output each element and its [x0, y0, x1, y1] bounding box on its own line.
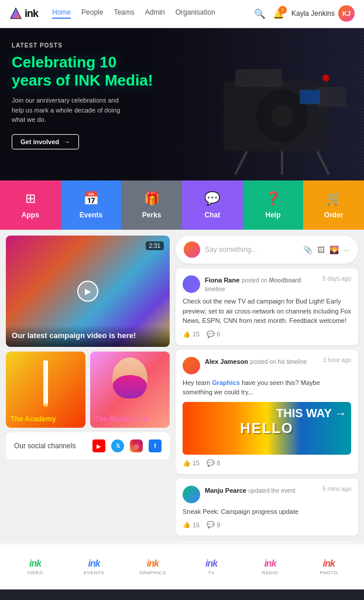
brand-graphics-sub: GRAPHICS [139, 570, 166, 575]
footer-logo-icon [9, 598, 26, 600]
navbar: ink Home People Teams Admin Organisation… [0, 0, 364, 28]
nav-people[interactable]: People [81, 8, 103, 19]
footer: INKMedia | Home © INK Media Corporation … [0, 589, 364, 600]
comment-button[interactable]: 💬 8 [207, 459, 220, 467]
brand-events[interactable]: ink EVENTS [64, 554, 123, 580]
post-highlight: Graphics [212, 379, 240, 386]
brand-graphics[interactable]: ink GRAPHICS [123, 554, 182, 580]
emoji-icon[interactable]: 🌄 [329, 246, 339, 254]
user-avatar: KJ [338, 5, 355, 22]
post-reactions: 👍 15 💬 6 [183, 330, 351, 338]
video-caption: Our latest campaign video is here! [6, 325, 170, 347]
hero-title: Celebrating 10 years of INK Media! [12, 53, 352, 90]
hero-section: LATEST POSTS Celebrating 10 years of INK… [0, 28, 364, 180]
help-tile[interactable]: ❓ Help [243, 180, 304, 230]
more-options-icon[interactable]: ··· [344, 246, 350, 254]
events-tile[interactable]: 📅 Events [61, 180, 122, 230]
hello-text: HELLO [240, 420, 293, 437]
ink-logo-icon [9, 7, 22, 20]
post-header: Alex Jameson posted on his timeline 1 ho… [183, 357, 351, 374]
apps-tile[interactable]: ⊞ Apps [0, 180, 61, 230]
order-label: Order [324, 211, 344, 219]
moodboard-label: The Moodboard [95, 415, 147, 423]
say-placeholder[interactable]: Say something... [205, 246, 298, 254]
nav-admin[interactable]: Admin [145, 8, 165, 19]
brand-radio-logo: ink [264, 558, 276, 569]
attachment-icon[interactable]: 📎 [303, 246, 313, 254]
feed-post: Fiona Rane posted on Moodboard timeline … [176, 268, 358, 345]
post-author: Alex Jameson [205, 358, 248, 365]
brand-events-sub: EVENTS [84, 570, 104, 575]
post-text: Sneak Peek: Campaign progress update [183, 507, 351, 517]
post-meta: Fiona Rane posted on Moodboard timeline [205, 275, 318, 293]
thumbnail-row: The Academy The Moodboard [6, 352, 170, 428]
nav-logo[interactable]: ink [9, 7, 38, 20]
like-button[interactable]: 👍 16 [183, 521, 200, 529]
facebook-icon[interactable]: f [149, 439, 162, 452]
hero-description: Join our anniversary celebrations and he… [12, 96, 129, 125]
video-play-button[interactable]: ▶ [77, 281, 98, 302]
events-icon: 📅 [83, 191, 99, 206]
instagram-icon[interactable]: ◎ [130, 439, 143, 452]
order-tile[interactable]: 🛒 Order [303, 180, 364, 230]
search-icon[interactable]: 🔍 [254, 8, 266, 19]
youtube-icon[interactable]: ▶ [92, 439, 105, 452]
nav-organisation[interactable]: Organisation [176, 8, 215, 19]
say-something-input[interactable]: Say something... 📎 🖼 🌄 ··· [176, 236, 358, 264]
brand-video-sub: VIDEO [27, 570, 43, 575]
comment-button[interactable]: 💬 6 [207, 330, 220, 338]
perks-label: Perks [142, 211, 162, 219]
brand-radio[interactable]: ink RADIO [241, 554, 299, 580]
chat-icon: 💬 [204, 191, 220, 206]
help-icon: ❓ [265, 191, 281, 206]
image-icon[interactable]: 🖼 [317, 246, 325, 254]
brand-graphics-logo: ink [147, 558, 159, 569]
nav-home[interactable]: Home [52, 8, 71, 19]
brand-photo-logo: ink [323, 558, 335, 569]
social-channels-bar: Our social channels ▶ 𝕏 ◎ f [6, 432, 170, 459]
video-duration: 2:31 [146, 241, 164, 250]
brand-tv-logo: ink [205, 558, 217, 569]
post-time: 5 days ago [322, 275, 351, 282]
social-icons: ▶ 𝕏 ◎ f [92, 439, 162, 452]
post-header: Manju Pearce updated the event 5 mins ag… [183, 486, 351, 503]
chat-tile[interactable]: 💬 Chat [182, 180, 243, 230]
post-image[interactable]: HELLO THIS WAY → [183, 402, 351, 455]
brand-photo[interactable]: ink PHOTO [300, 554, 358, 580]
post-reactions: 👍 15 💬 8 [183, 459, 351, 467]
comment-button[interactable]: 💬 9 [207, 521, 220, 529]
brand-video[interactable]: ink VIDEO [6, 554, 64, 580]
twitter-icon[interactable]: 𝕏 [111, 439, 124, 452]
like-button[interactable]: 👍 15 [183, 459, 200, 467]
brand-photo-sub: PHOTO [320, 570, 338, 575]
post-time: 1 hour ago [323, 357, 351, 363]
nav-right: 🔍 🔔 1 Kayla Jenkins KJ [254, 5, 355, 22]
perks-icon: 🎁 [144, 191, 160, 206]
notifications-bell[interactable]: 🔔 1 [273, 8, 284, 19]
apps-label: Apps [22, 211, 39, 219]
left-column: ▶ 2:31 Our latest campaign video is here… [6, 236, 170, 536]
post-action: updated the event [249, 488, 296, 494]
chat-label: Chat [205, 211, 221, 219]
academy-card[interactable]: The Academy [6, 352, 85, 428]
post-text: Check out the new TV ad campaign for Bud… [183, 296, 351, 326]
brand-tv-sub: TV [208, 570, 215, 575]
logo-text: ink [25, 8, 38, 20]
post-reactions: 👍 16 💬 9 [183, 521, 351, 529]
brand-tv[interactable]: ink TV [182, 554, 241, 580]
video-caption-text: Our latest campaign video is here! [12, 331, 164, 341]
order-icon: 🛒 [326, 191, 342, 206]
user-menu[interactable]: Kayla Jenkins KJ [291, 5, 355, 22]
nav-teams[interactable]: Teams [114, 8, 134, 19]
brand-radio-sub: RADIO [262, 570, 279, 575]
perks-tile[interactable]: 🎁 Perks [121, 180, 182, 230]
feed-post: Alex Jameson posted on his timeline 1 ho… [176, 350, 358, 474]
post-avatar [183, 486, 200, 503]
pencil-decoration [43, 360, 48, 407]
like-button[interactable]: 👍 15 [183, 330, 200, 338]
moodboard-card[interactable]: The Moodboard [90, 352, 170, 428]
video-card[interactable]: ▶ 2:31 Our latest campaign video is here… [6, 236, 170, 347]
notification-count: 1 [279, 6, 287, 14]
hero-cta-button[interactable]: Get involved → [12, 134, 79, 149]
post-meta: Manju Pearce updated the event [205, 486, 318, 495]
